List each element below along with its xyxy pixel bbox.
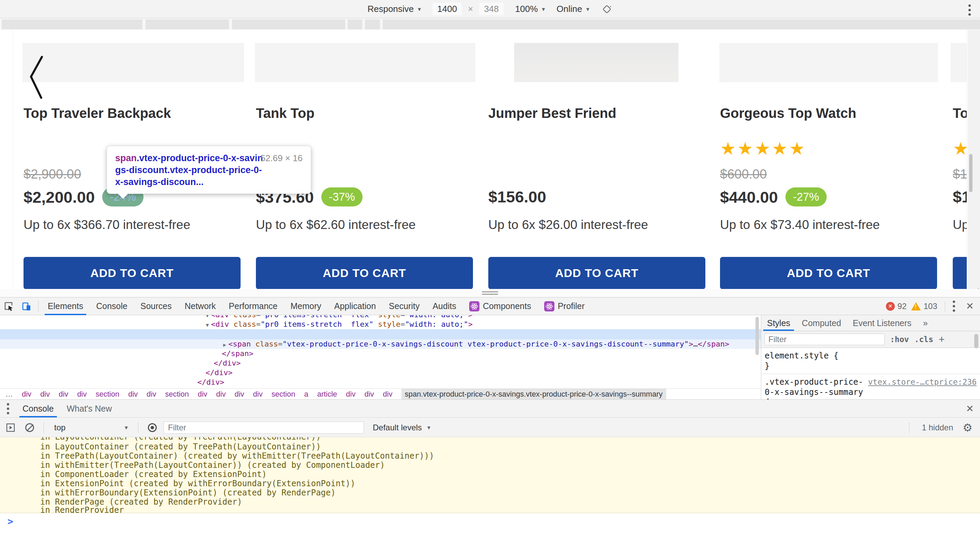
viewport-scrollbar[interactable] — [969, 154, 972, 192]
product-title[interactable]: To — [953, 106, 967, 121]
dom-node[interactable]: </div> — [0, 368, 761, 378]
media-query-segment[interactable] — [383, 19, 980, 29]
log-levels-dropdown[interactable]: Default levels ▾ — [373, 423, 430, 432]
tab-security[interactable]: Security — [382, 297, 426, 315]
product-title[interactable]: Gorgeous Top Watch — [720, 106, 856, 121]
breadcrumb-overflow-icon[interactable]: … — [5, 390, 13, 399]
viewport-width-field[interactable]: 1400 — [433, 3, 462, 15]
elements-scrollbar[interactable] — [756, 317, 759, 355]
media-query-segment[interactable] — [348, 19, 362, 29]
breadcrumb-item[interactable]: div — [234, 390, 244, 399]
live-expression-eye-icon[interactable] — [145, 420, 160, 435]
toggle-classes[interactable]: .cls — [914, 335, 933, 344]
breadcrumb-item[interactable]: div — [77, 390, 87, 399]
breadcrumb-item[interactable]: div — [383, 390, 393, 399]
tab-performance[interactable]: Performance — [222, 297, 284, 315]
tab-event-listeners[interactable]: Event Listeners — [847, 315, 917, 331]
new-style-rule-icon[interactable]: + — [939, 334, 945, 345]
tab-audits[interactable]: Audits — [426, 297, 462, 315]
console-settings-gear-icon[interactable]: ⚙ — [963, 421, 972, 434]
drawer-tab-whats-new[interactable]: What's New — [60, 400, 119, 418]
drawer-menu-kebab-icon[interactable] — [7, 403, 9, 414]
tab-network[interactable]: Network — [178, 297, 223, 315]
css-source-link[interactable]: vtex.store-…ctprice:236 — [868, 377, 977, 387]
breadcrumb-item[interactable]: a — [304, 390, 308, 399]
dom-node[interactable]: </span> — [0, 349, 761, 359]
media-query-segment[interactable] — [2, 19, 142, 29]
media-query-segment[interactable] — [145, 19, 229, 29]
add-to-cart-button[interactable]: ADD TO CART — [720, 257, 937, 289]
breadcrumb-item[interactable]: div — [40, 390, 50, 399]
devtools-close-icon[interactable]: ✕ — [960, 300, 980, 312]
dom-node[interactable]: </div> — [0, 378, 761, 387]
drawer-close-icon[interactable]: ✕ — [960, 403, 980, 414]
zoom-dropdown[interactable]: 100% ▾ — [515, 4, 545, 14]
breadcrumb-item[interactable]: div — [146, 390, 156, 399]
product-title[interactable]: Jumper Best Friend — [488, 106, 616, 121]
rotate-viewport-icon[interactable] — [601, 3, 612, 15]
execution-context-dropdown[interactable]: top ▾ — [50, 423, 132, 432]
clear-console-icon[interactable] — [22, 420, 38, 435]
tab-console[interactable]: Console — [90, 297, 134, 315]
breadcrumb-item[interactable]: section — [165, 390, 189, 399]
breadcrumb-item[interactable]: span.vtex-product-price-0-x-savings.vtex… — [401, 389, 666, 400]
drawer-tab-console[interactable]: Console — [16, 400, 60, 418]
breadcrumb-item[interactable]: div — [346, 390, 355, 399]
error-icon[interactable]: ✕ — [886, 302, 895, 311]
tab-sources[interactable]: Sources — [134, 297, 178, 315]
tab-computed[interactable]: Computed — [796, 315, 847, 331]
device-toolbar-menu-kebab-icon[interactable] — [969, 5, 971, 16]
breadcrumb-item[interactable]: article — [317, 390, 337, 399]
media-query-segment[interactable] — [365, 19, 380, 29]
breadcrumb-item[interactable]: section — [96, 390, 119, 399]
tab-styles[interactable]: Styles — [761, 315, 796, 331]
toggle-hover-state[interactable]: :hov — [890, 335, 909, 344]
add-to-cart-button[interactable]: ADD TO CART — [488, 257, 705, 289]
toggle-device-toolbar-icon[interactable] — [18, 297, 35, 315]
dom-node-hovered[interactable]: ▶<span class="vtex-product-price-0-x-sav… — [0, 339, 761, 349]
breadcrumb-item[interactable]: div — [253, 390, 263, 399]
tab-application[interactable]: Application — [328, 297, 382, 315]
breadcrumb-item[interactable]: div — [197, 390, 207, 399]
styles-scrollbar[interactable] — [974, 334, 978, 348]
warning-count[interactable]: 103 — [923, 302, 937, 311]
throttling-dropdown[interactable]: Online ▾ — [557, 4, 589, 14]
breadcrumb-item[interactable]: div — [59, 390, 68, 399]
media-query-segment[interactable] — [232, 19, 345, 29]
more-tabs-icon[interactable]: » — [917, 315, 934, 331]
product-title[interactable]: Tank Top — [256, 106, 315, 121]
console-prompt[interactable]: > — [0, 513, 980, 537]
dom-node-clipped[interactable]: ▼<div class="pr0 items-stretch flex" sty… — [0, 315, 761, 319]
media-query-ruler[interactable] — [0, 19, 980, 30]
devtools-splitter-handle[interactable] — [0, 289, 980, 297]
hidden-messages-count[interactable]: 1 hidden — [922, 423, 953, 432]
tab-memory[interactable]: Memory — [284, 297, 328, 315]
tab-profiler[interactable]: Profiler — [538, 297, 591, 315]
product-title[interactable]: Top Traveler Backpack — [24, 106, 171, 121]
console-sidebar-toggle-icon[interactable] — [3, 420, 18, 435]
add-to-cart-button[interactable]: ADD TO CART — [24, 257, 240, 289]
devtools-menu-kebab-icon[interactable] — [953, 300, 955, 312]
add-to-cart-button[interactable]: ADD TO CART — [953, 257, 967, 289]
add-to-cart-button[interactable]: ADD TO CART — [256, 257, 473, 289]
breadcrumb-item[interactable]: div — [22, 390, 31, 399]
console-filter-input[interactable] — [164, 421, 364, 434]
breadcrumb-item[interactable]: div — [128, 390, 138, 399]
device-mode-dropdown[interactable]: Responsive ▾ — [368, 4, 421, 14]
inspect-element-icon[interactable] — [0, 297, 18, 315]
error-count[interactable]: 92 — [897, 302, 907, 311]
warning-icon[interactable]: ! — [911, 302, 921, 310]
dom-node[interactable]: </div> — [0, 359, 761, 368]
css-rule[interactable]: .vtex-product-price- 0-x-savings--summar… — [761, 374, 980, 399]
breadcrumb-item[interactable]: div — [216, 390, 226, 399]
breadcrumb-item[interactable]: div — [364, 390, 374, 399]
breadcrumb-item[interactable]: section — [272, 390, 296, 399]
element-style-rule[interactable]: element.style { } — [761, 348, 980, 374]
styles-filter-input[interactable] — [765, 334, 885, 345]
viewport-height-field[interactable]: 348 — [479, 3, 503, 15]
tab-components[interactable]: Components — [463, 297, 538, 315]
console-warning-message[interactable]: in LayoutContainer (created by TreePath(… — [0, 437, 980, 513]
dom-node[interactable]: ▼<div class="pr0 items-stretch flex" sty… — [0, 319, 761, 329]
dom-node-selected[interactable]: …▼<span class="vtex-product-price-0-x-sa… — [0, 329, 761, 339]
tab-elements[interactable]: Elements — [41, 297, 90, 315]
